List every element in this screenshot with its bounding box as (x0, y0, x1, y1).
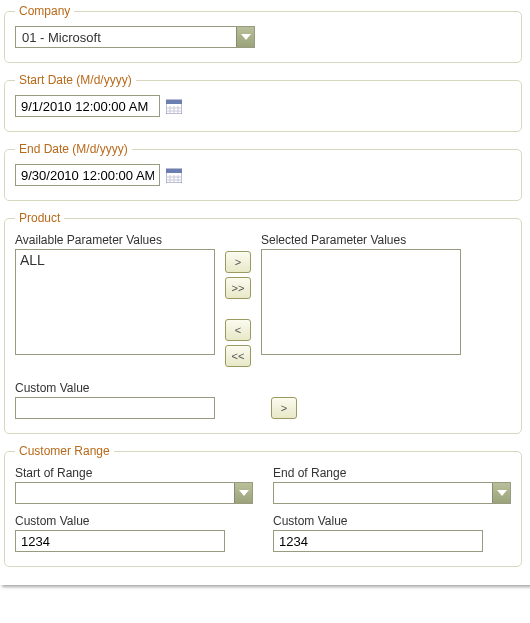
svg-rect-8 (166, 169, 182, 173)
company-select-arrow[interactable] (236, 27, 254, 47)
product-legend: Product (15, 211, 64, 225)
end-date-legend: End Date (M/d/yyyy) (15, 142, 132, 156)
company-select-value: 01 - Microsoft (16, 27, 236, 47)
add-button[interactable]: > (225, 251, 251, 273)
custom-right-label: Custom Value (273, 514, 511, 528)
remove-all-button[interactable]: << (225, 345, 251, 367)
calendar-icon[interactable] (166, 98, 182, 114)
list-item[interactable]: ALL (20, 252, 210, 268)
product-custom-input[interactable] (15, 397, 215, 419)
available-label: Available Parameter Values (15, 233, 215, 247)
customer-range-legend: Customer Range (15, 444, 114, 458)
remove-button[interactable]: < (225, 319, 251, 341)
start-range-arrow[interactable] (234, 483, 252, 503)
end-range-select[interactable] (273, 482, 511, 504)
chevron-down-icon (497, 490, 507, 496)
company-legend: Company (15, 4, 74, 18)
end-range-label: End of Range (273, 466, 511, 480)
product-fieldset: Product Available Parameter Values ALL >… (4, 211, 522, 434)
end-date-input[interactable] (15, 164, 160, 186)
customer-range-fieldset: Customer Range Start of Range End of Ran… (4, 444, 522, 567)
svg-rect-1 (166, 100, 182, 104)
product-custom-label: Custom Value (15, 381, 215, 395)
start-range-label: Start of Range (15, 466, 253, 480)
selected-listbox[interactable] (261, 249, 461, 355)
custom-left-label: Custom Value (15, 514, 253, 528)
start-date-legend: Start Date (M/d/yyyy) (15, 73, 136, 87)
company-select[interactable]: 01 - Microsoft (15, 26, 255, 48)
start-range-select[interactable] (15, 482, 253, 504)
custom-right-input[interactable] (273, 530, 483, 552)
start-date-fieldset: Start Date (M/d/yyyy) (4, 73, 522, 132)
add-all-button[interactable]: >> (225, 277, 251, 299)
add-custom-button[interactable]: > (271, 397, 297, 419)
company-fieldset: Company 01 - Microsoft (4, 4, 522, 63)
chevron-down-icon (241, 34, 251, 40)
end-range-value (274, 483, 492, 503)
selected-label: Selected Parameter Values (261, 233, 461, 247)
calendar-icon[interactable] (166, 167, 182, 183)
available-listbox[interactable]: ALL (15, 249, 215, 355)
end-date-fieldset: End Date (M/d/yyyy) (4, 142, 522, 201)
custom-left-input[interactable] (15, 530, 225, 552)
end-range-arrow[interactable] (492, 483, 510, 503)
chevron-down-icon (239, 490, 249, 496)
start-date-input[interactable] (15, 95, 160, 117)
start-range-value (16, 483, 234, 503)
